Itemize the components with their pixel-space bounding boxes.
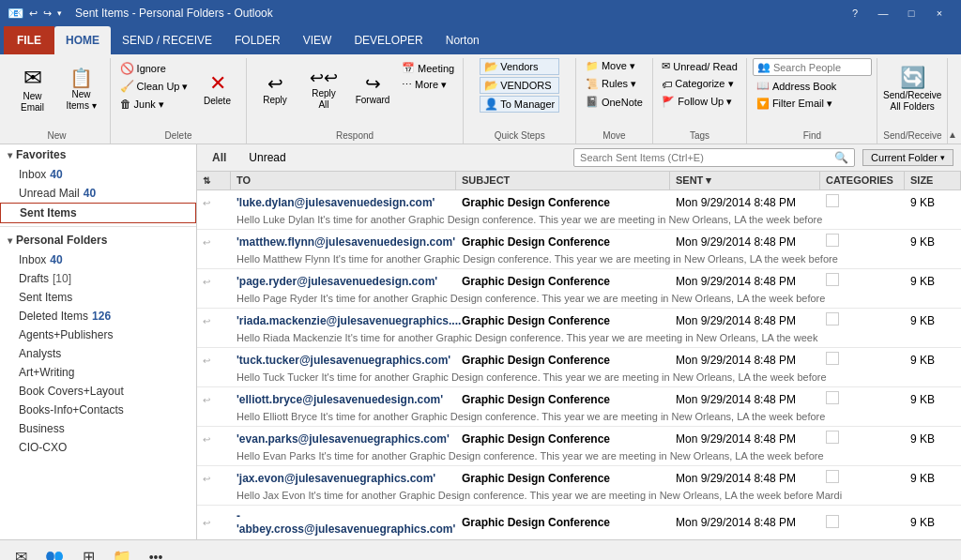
nav-tasks-button[interactable]: 📁: [109, 544, 135, 561]
new-email-label: NewEmail: [21, 91, 44, 114]
mail-row-preview: Hello Riada Mackenzie It's time for anot…: [197, 332, 961, 347]
vendors2-button[interactable]: 📂 VENDORS: [480, 77, 559, 94]
header-size[interactable]: SIZE: [905, 172, 961, 189]
address-book-button[interactable]: 📖 Address Book: [753, 78, 840, 94]
sidebar-item-analysts[interactable]: Analysts: [0, 344, 196, 363]
more-respond-button[interactable]: ⋯ More ▾: [398, 77, 458, 93]
cleanup-button[interactable]: 🧹 Clean Up ▾: [116, 78, 192, 95]
tab-developer[interactable]: DEVELOPER: [343, 26, 434, 54]
header-sort-icon[interactable]: ⇅: [197, 172, 231, 189]
move-icon: 📁: [586, 60, 599, 72]
follow-up-label: Follow Up ▾: [678, 96, 732, 108]
search-people-input[interactable]: [773, 62, 867, 73]
vendors-button[interactable]: 📂 Vendors: [480, 58, 559, 75]
nav-people-button[interactable]: 👥: [41, 544, 68, 561]
quick-access-undo[interactable]: ↩: [29, 8, 38, 20]
sidebar-item-drafts[interactable]: Drafts [10]: [0, 269, 196, 288]
mail-subject: Graphic Design Conference: [462, 354, 610, 367]
junk-button[interactable]: 🗑 Junk ▾: [116, 96, 192, 113]
ribbon-expand[interactable]: ▲: [948, 58, 957, 144]
mail-row-icon: ↩: [197, 271, 231, 292]
quick-access-more[interactable]: ▾: [57, 8, 62, 18]
mail-row-sent: Mon 9/29/2014 8:48 PM: [670, 192, 820, 213]
filter-email-button[interactable]: 🔽 Filter Email ▾: [753, 96, 836, 112]
quick-access-redo[interactable]: ↪: [43, 8, 52, 20]
nav-calendar-button[interactable]: ⊞: [75, 544, 101, 561]
sidebar-item-sent-personal[interactable]: Sent Items: [0, 288, 196, 307]
search-mail-input[interactable]: [580, 152, 831, 163]
sidebar-item-deleted[interactable]: Deleted Items 126: [0, 307, 196, 325]
filter-unread-button[interactable]: Unread: [241, 149, 293, 166]
book-covers-label: Book Covers+Layout: [19, 385, 124, 398]
mail-row[interactable]: ↩ 'luke.dylan@julesavenuedesign.com' Gra…: [197, 190, 961, 230]
nav-more-button[interactable]: •••: [143, 544, 169, 561]
mail-row[interactable]: ↩ -'abbey.cross@julesavenuegraphics.com'…: [197, 506, 961, 539]
follow-up-button[interactable]: 🚩 Follow Up ▾: [658, 94, 736, 110]
new-email-button[interactable]: ✉ NewEmail: [9, 58, 56, 120]
sidebar-item-art-writing[interactable]: Art+Writing: [0, 363, 196, 382]
nav-mail-button[interactable]: ✉: [8, 544, 34, 561]
mail-row-size: 9 KB: [905, 192, 961, 213]
mail-row[interactable]: ↩ 'page.ryder@julesavenuedesign.com' Gra…: [197, 269, 961, 309]
close-button[interactable]: ×: [925, 0, 953, 26]
mail-row[interactable]: ↩ 'matthew.flynn@julesavenuedesign.com' …: [197, 230, 961, 269]
sidebar-item-sent-favorites[interactable]: Sent Items: [0, 203, 196, 223]
to-manager-button[interactable]: 👤 To Manager: [480, 96, 559, 113]
minimize-button[interactable]: —: [869, 0, 897, 26]
tab-norton[interactable]: Norton: [435, 26, 491, 54]
new-items-button[interactable]: 📋 NewItems ▾: [58, 58, 105, 120]
more-respond-icon: ⋯: [402, 79, 412, 91]
current-folder-button[interactable]: Current Folder ▾: [862, 149, 953, 166]
mail-row-to: 'matthew.flynn@julesavenuedesign.com': [231, 232, 456, 252]
sidebar-item-unread-mail[interactable]: Unread Mail 40: [0, 184, 196, 203]
help-button[interactable]: ?: [841, 0, 869, 26]
header-to[interactable]: TO: [231, 172, 456, 189]
unread-read-button[interactable]: ✉ Unread/ Read: [658, 58, 741, 74]
reply-all-button[interactable]: ↩↩ ReplyAll: [300, 58, 347, 120]
delete-button[interactable]: ✕ Delete: [194, 58, 241, 120]
favorites-header[interactable]: ▾ Favorites: [0, 144, 196, 165]
mail-row[interactable]: ↩ 'tuck.tucker@julesavenuegraphics.com' …: [197, 348, 961, 387]
sidebar-item-business[interactable]: Business: [0, 419, 196, 438]
mail-row[interactable]: ↩ 'riada.mackenzie@julesavenuegraphics..…: [197, 309, 961, 348]
meeting-button[interactable]: 📅 Meeting: [398, 60, 458, 76]
mail-sender: 'page.ryder@julesavenuedesign.com': [236, 275, 437, 288]
search-people-box[interactable]: 👥: [753, 58, 872, 76]
tab-view[interactable]: VIEW: [292, 26, 343, 54]
mail-row[interactable]: ↩ 'jax.evon@julesavenuegraphics.com' Gra…: [197, 466, 961, 506]
ignore-button[interactable]: 🚫 Ignore: [116, 60, 192, 77]
ribbon-group-delete: 🚫 Ignore 🧹 Clean Up ▾ 🗑 Junk ▾ ✕ Delete …: [111, 58, 247, 144]
search-mail-box[interactable]: 🔍: [573, 148, 855, 167]
rules-button[interactable]: 📜 Rules ▾: [582, 76, 640, 92]
forward-button[interactable]: ↪ Forward: [349, 58, 396, 120]
sidebar-item-inbox-personal[interactable]: Inbox 40: [0, 250, 196, 269]
onenote-move-button[interactable]: 📓 OneNote: [582, 94, 647, 110]
header-categories[interactable]: CATEGORIES: [820, 172, 905, 189]
personal-folders-header[interactable]: ▾ Personal Folders: [0, 230, 196, 250]
mail-row[interactable]: ↩ 'elliott.bryce@julesavenuedesign.com' …: [197, 387, 961, 427]
categorize-button[interactable]: 🏷 Categorize ▾: [658, 76, 737, 92]
mail-sender: 'luke.dylan@julesavenuedesign.com': [236, 196, 435, 209]
deleted-count: 126: [92, 310, 111, 323]
mail-row[interactable]: ↩ 'evan.parks@julesavenuegraphics.com' G…: [197, 427, 961, 466]
sidebar-item-books-info[interactable]: Books-Info+Contacts: [0, 401, 196, 419]
quicksteps-label: Quick Steps: [469, 129, 570, 144]
sidebar-item-book-covers[interactable]: Book Covers+Layout: [0, 382, 196, 401]
maximize-button[interactable]: □: [897, 0, 925, 26]
sidebar-item-agents[interactable]: Agents+Publishers: [0, 325, 196, 344]
reply-button[interactable]: ↩ Reply: [252, 58, 298, 120]
header-subject[interactable]: SUBJECT: [456, 172, 670, 189]
cleanup-label: Clean Up ▾: [137, 81, 189, 93]
tab-file[interactable]: FILE: [4, 26, 54, 54]
move-button[interactable]: 📁 Move ▾: [582, 58, 639, 74]
sidebar-item-inbox-favorites[interactable]: Inbox 40: [0, 165, 196, 184]
header-sent[interactable]: SENT ▾: [670, 172, 820, 189]
tab-folder[interactable]: FOLDER: [223, 26, 292, 54]
tab-home[interactable]: HOME: [54, 26, 111, 54]
sidebar-item-cio-cxo[interactable]: CIO-CXO: [0, 438, 196, 457]
mail-row-icon: ↩: [197, 512, 231, 533]
tab-send-receive[interactable]: SEND / RECEIVE: [111, 26, 223, 54]
send-receive-all-button[interactable]: 🔄 Send/ReceiveAll Folders: [884, 58, 940, 120]
filter-all-button[interactable]: All: [205, 149, 234, 166]
mail-row-subject: Graphic Design Conference: [456, 192, 670, 213]
